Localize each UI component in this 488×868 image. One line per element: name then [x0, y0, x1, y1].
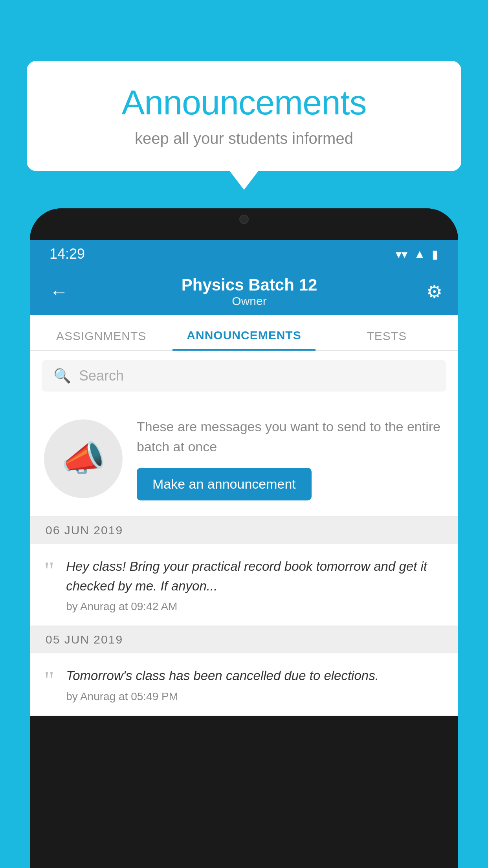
- status-time: 14:29: [50, 246, 85, 262]
- make-announcement-button[interactable]: Make an announcement: [137, 468, 312, 500]
- announce-promo: 📣 These are messages you want to send to…: [30, 401, 458, 517]
- status-bar: 14:29 ▾▾ ▲ ▮: [30, 240, 458, 268]
- megaphone-icon: 📣: [61, 438, 105, 479]
- speech-bubble-container: Announcements keep all your students inf…: [27, 61, 461, 171]
- announcement-text-2: Tomorrow's class has been cancelled due …: [66, 666, 444, 703]
- phone-notch: [209, 208, 279, 230]
- announce-description: These are messages you want to send to t…: [137, 417, 444, 457]
- announcement-item-1: " Hey class! Bring your practical record…: [30, 544, 458, 626]
- announcement-author-2: by Anurag at 05:49 PM: [66, 690, 444, 703]
- battery-icon: ▮: [432, 247, 438, 261]
- phone-notch-area: [30, 208, 458, 240]
- header-role: Owner: [182, 294, 317, 308]
- quote-icon-2: ": [44, 668, 54, 693]
- search-placeholder: Search: [79, 368, 124, 384]
- phone-camera: [239, 215, 249, 224]
- status-icons: ▾▾ ▲ ▮: [396, 247, 438, 261]
- speech-bubble-subtitle: keep all your students informed: [50, 130, 438, 147]
- tab-announcements[interactable]: ANNOUNCEMENTS: [172, 329, 315, 351]
- search-icon: 🔍: [53, 368, 71, 384]
- search-container: 🔍 Search: [30, 351, 458, 401]
- search-bar[interactable]: 🔍 Search: [42, 360, 446, 392]
- header-title-container: Physics Batch 12 Owner: [182, 276, 317, 308]
- quote-icon-1: ": [44, 558, 54, 583]
- phone-frame: 14:29 ▾▾ ▲ ▮ ← Physics Batch 12 Owner ⚙ …: [30, 208, 458, 868]
- tab-tests[interactable]: TESTS: [316, 329, 458, 350]
- announcement-item-2: " Tomorrow's class has been cancelled du…: [30, 653, 458, 716]
- announcement-message-1: Hey class! Bring your practical record b…: [66, 557, 444, 596]
- wifi-icon: ▾▾: [396, 247, 407, 261]
- announce-right: These are messages you want to send to t…: [137, 417, 444, 500]
- speech-bubble: Announcements keep all your students inf…: [27, 61, 461, 171]
- announcement-message-2: Tomorrow's class has been cancelled due …: [66, 666, 444, 686]
- tab-assignments[interactable]: ASSIGNMENTS: [30, 329, 172, 350]
- back-button[interactable]: ←: [46, 277, 72, 307]
- signal-icon: ▲: [414, 247, 426, 261]
- date-header-2: 05 JUN 2019: [30, 626, 458, 653]
- gear-icon[interactable]: ⚙: [426, 281, 442, 302]
- app-header: ← Physics Batch 12 Owner ⚙: [30, 268, 458, 315]
- tabs-container: ASSIGNMENTS ANNOUNCEMENTS TESTS: [30, 315, 458, 351]
- date-header-1: 06 JUN 2019: [30, 517, 458, 544]
- header-batch-name: Physics Batch 12: [182, 276, 317, 294]
- announce-icon-circle: 📣: [44, 419, 123, 498]
- announcement-text-1: Hey class! Bring your practical record b…: [66, 557, 444, 613]
- announcement-author-1: by Anurag at 09:42 AM: [66, 600, 444, 613]
- speech-bubble-title: Announcements: [50, 83, 438, 123]
- phone-content: 🔍 Search 📣 These are messages you want t…: [30, 351, 458, 716]
